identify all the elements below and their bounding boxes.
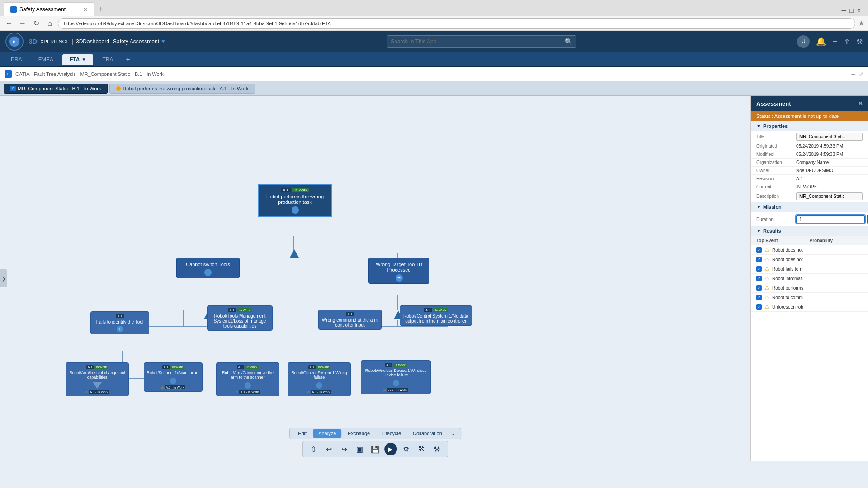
toolbar-robot-icon[interactable]: 🛠 xyxy=(415,443,428,455)
content-tab-mr-component[interactable]: C MR_Component Static - B.1 - In Work xyxy=(4,84,108,94)
nav-back-btn[interactable]: ← xyxy=(4,18,14,29)
toolbar-play-icon[interactable]: ▶ xyxy=(384,443,397,455)
app-header: ▶ 3D EXPERIENCE | 3DDashboard Safety Ass… xyxy=(0,31,868,52)
status-bar: Status : Assessment is not up-to-date xyxy=(751,111,868,121)
toolbar-settings-icon[interactable]: ⚒ xyxy=(430,443,443,455)
panel-close-btn[interactable]: × xyxy=(859,99,863,108)
tab-lifecycle[interactable]: Lifecycle xyxy=(376,429,406,438)
fta-node-lm[interactable]: A.1 In Work Robot/Tools Management Syste… xyxy=(207,305,273,331)
maximize-btn[interactable]: □ xyxy=(849,7,853,14)
tab-title: Safety Assessment xyxy=(19,6,66,13)
nav-refresh-btn[interactable]: ↻ xyxy=(31,18,42,29)
mission-duration-row: Duration ✓ ✕ xyxy=(751,212,868,226)
mission-section-header[interactable]: ▼ Mission xyxy=(751,202,868,212)
result-row-5: ✓ ⚠ Robot to comm xyxy=(751,293,868,302)
toolbar-gear-icon[interactable]: ⚙ xyxy=(400,443,412,455)
fta-node-rr[interactable]: A.1 In Work Robot/Control System.1/No da… xyxy=(400,305,472,326)
result-row-2: ✓ ⚠ Robot fails to m xyxy=(751,264,868,274)
left-node-text: Cannot switch Tools xyxy=(180,262,236,267)
minimize-btn[interactable]: ─ xyxy=(841,7,846,14)
warning-icon-4: ⚠ xyxy=(764,285,769,291)
search-input[interactable] xyxy=(391,38,562,45)
fta-node-ll[interactable]: A.1 Fails to identify the Tool + xyxy=(90,311,149,334)
app-brand: 3D EXPERIENCE | 3DDashboard Safety Asses… xyxy=(29,38,166,45)
or-gate-root xyxy=(290,249,299,258)
tab-edit[interactable]: Edit xyxy=(292,429,312,438)
fta-node-lll[interactable]: A.1 In Work Robot/Arm/Loss of change too… xyxy=(66,362,129,396)
search-icon[interactable]: 🔍 xyxy=(565,38,572,45)
fta-node-right[interactable]: Wrong Target Tool ID Processed + xyxy=(368,258,429,284)
active-tab[interactable]: Safety Assessment × xyxy=(4,2,94,16)
fta-node-rrm[interactable]: A.1 In Work Robot/Wireless Device.1/Wire… xyxy=(361,360,431,394)
address-bar[interactable]: https://vdemopro699dsy.extranet.3ds.com/… xyxy=(58,18,855,29)
fta-diagram: A.1 In Work Robot performs the wrong pro… xyxy=(0,96,750,461)
content-tab-robot-performs[interactable]: Robot performs the wrong production task… xyxy=(109,84,255,94)
sub-header: C CATIA - Fault Tree Analysis - MR_Compo… xyxy=(0,67,868,81)
tab-collaboration[interactable]: Collaboration xyxy=(407,429,448,438)
main-area: ❯ xyxy=(0,96,868,461)
tab-fta[interactable]: FTA ▼ xyxy=(62,54,93,65)
result-row-3: ✓ ⚠ Robot informati xyxy=(751,274,868,283)
prop-current: Current IN_WORK xyxy=(751,183,868,191)
close-window-btn[interactable]: × xyxy=(857,7,861,14)
warning-icon-1: ⚠ xyxy=(764,256,769,263)
tab-fmea[interactable]: FMEA xyxy=(31,54,61,65)
tab-tpa[interactable]: TRA xyxy=(95,54,120,65)
fta-node-rl[interactable]: A.1 Wrong command at the arm controller … xyxy=(318,310,382,330)
content-tabs: C MR_Component Static - B.1 - In Work Ro… xyxy=(0,81,868,96)
prop-organization: Organization Company Name xyxy=(751,159,868,167)
prop-title-input[interactable] xyxy=(796,133,863,141)
minimize-panel-btn[interactable]: ─ xyxy=(851,71,855,77)
toolbar-component-icon[interactable]: ▣ xyxy=(354,443,366,455)
fta-node-rlm[interactable]: A.1 In Work Robot/Control System.1/Wirin… xyxy=(288,362,351,396)
results-section: ▼ Results Top Event Probability ✓ ⚠ Robo… xyxy=(751,226,868,312)
prop-owner: Owner Noe DEODESIMO xyxy=(751,167,868,175)
user-avatar-icon[interactable]: U xyxy=(797,35,810,48)
catia-icon: C xyxy=(5,70,12,78)
add-icon[interactable]: + xyxy=(832,37,838,47)
fta-node-left[interactable]: Cannot switch Tools + xyxy=(176,258,240,278)
warning-icon-3: ⚠ xyxy=(764,275,769,282)
right-add-btn[interactable]: + xyxy=(396,274,403,282)
main-tab-bar: PRA FMEA FTA ▼ TRA + xyxy=(0,52,868,67)
tools-icon[interactable]: ⚒ xyxy=(856,38,863,46)
left-collapse-btn[interactable]: ❯ xyxy=(0,269,7,287)
nav-home-btn[interactable]: ⌂ xyxy=(44,18,55,29)
left-add-btn[interactable]: + xyxy=(204,269,212,276)
properties-section: ▼ Properties Title Originated 05/24/2019… xyxy=(751,121,868,202)
toolbar-save-icon[interactable]: 💾 xyxy=(369,443,382,455)
prop-description-input[interactable] xyxy=(796,192,863,200)
toolbar-redo-icon[interactable]: ↪ xyxy=(338,443,351,455)
warning-icon-2: ⚠ xyxy=(764,266,769,272)
bottom-icons-container: ⇧ ↩ ↪ ▣ 💾 ▶ ⚙ 🛠 ⚒ xyxy=(302,441,448,457)
share-icon[interactable]: ⇧ xyxy=(844,38,850,46)
expand-panel-btn[interactable]: ⤢ xyxy=(859,71,863,77)
fta-root-node[interactable]: A.1 In Work Robot performs the wrong pro… xyxy=(258,184,332,217)
assessment-panel: Assessment × Status : Assessment is not … xyxy=(750,96,868,461)
fta-node-llm[interactable]: A.1 In Work Robot/Scanner.1/Scan failure… xyxy=(144,362,203,392)
toolbar-upload-icon[interactable]: ⇧ xyxy=(307,443,320,455)
mission-section: ▼ Mission Duration ✓ ✕ xyxy=(751,202,868,226)
properties-section-header[interactable]: ▼ Properties xyxy=(751,121,868,131)
tab-close[interactable]: × xyxy=(84,6,87,13)
fta-tab-dropdown[interactable]: ▼ xyxy=(81,57,86,62)
tab-analyze[interactable]: Analyze xyxy=(313,429,341,438)
toolbar-undo-icon[interactable]: ↩ xyxy=(323,443,335,455)
new-tab-btn[interactable]: + xyxy=(94,2,108,16)
tab-pra[interactable]: PRA xyxy=(4,54,29,65)
nav-forward-btn[interactable]: → xyxy=(17,18,28,29)
mission-duration-input[interactable] xyxy=(796,215,865,223)
add-tab-btn[interactable]: + xyxy=(122,53,133,66)
results-section-header[interactable]: ▼ Results xyxy=(751,226,868,236)
fta-node-lmm[interactable]: A.1 In Work Robot/Arm/Cannot move the ar… xyxy=(216,362,279,396)
bottom-toolbar: Edit Analyze Exchange Lifecycle Collabor… xyxy=(289,428,461,457)
notifications-icon[interactable]: 🔔 xyxy=(816,37,826,47)
results-table-header: Top Event Probability xyxy=(751,236,868,245)
tab-exchange[interactable]: Exchange xyxy=(342,429,375,438)
root-node-text: Robot performs the wrong production task xyxy=(262,194,328,205)
ll-add-btn[interactable]: + xyxy=(117,326,123,332)
more-tabs-btn[interactable]: ⌄ xyxy=(448,429,458,438)
root-add-btn[interactable]: + xyxy=(292,206,299,214)
search-bar[interactable]: 🔍 xyxy=(387,35,576,48)
bookmark-icon[interactable]: ★ xyxy=(858,19,864,28)
